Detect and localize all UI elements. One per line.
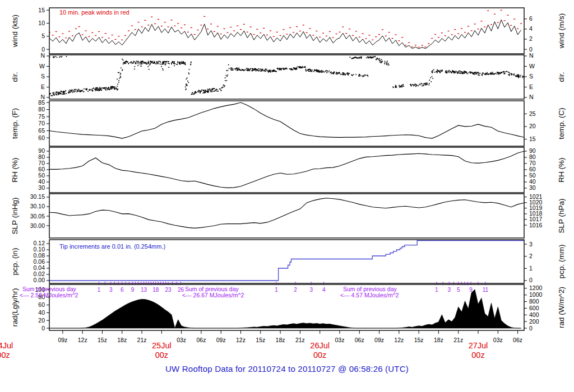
svg-text:0: 0 [529, 277, 533, 283]
svg-text:4: 4 [529, 25, 533, 32]
panel-rh: 3040506070809030405060708090RH (%)RH (%) [11, 147, 566, 191]
svg-text:0: 0 [41, 325, 45, 332]
svg-text:60: 60 [38, 301, 45, 308]
time-tick-label: 18z [276, 337, 285, 343]
svg-text:<--- 2.58 MJoules/m^2: <--- 2.58 MJoules/m^2 [20, 292, 78, 298]
svg-text:11: 11 [483, 287, 489, 293]
time-tick-label: 12z [78, 337, 87, 343]
svg-text:70: 70 [38, 120, 45, 127]
svg-text:400: 400 [529, 311, 539, 318]
time-tick-label: 21z [295, 337, 305, 343]
dir-left-axis-label: dir. [11, 72, 19, 82]
time-tick-label: 21z [137, 337, 147, 343]
svg-text:40: 40 [38, 309, 45, 316]
svg-text:0.06: 0.06 [34, 258, 45, 265]
time-tick-label: 06z [196, 337, 206, 343]
time-tick-label: 15z [414, 337, 424, 343]
svg-text:W: W [39, 63, 45, 69]
svg-text:70: 70 [38, 160, 45, 166]
svg-text:80: 80 [38, 106, 45, 113]
rad-right-axis-label: rad (W/m^2) [557, 287, 566, 328]
time-tick-label: 09z [58, 337, 67, 343]
date-label-27Jul: 27Jul00z [469, 341, 488, 360]
svg-text:50: 50 [38, 172, 45, 179]
svg-text:1000: 1000 [529, 291, 543, 298]
temp-right-axis-label: temp. (C) [557, 108, 566, 139]
svg-text:0: 0 [529, 325, 533, 332]
svg-text:00z: 00z [155, 351, 168, 360]
time-tick-label: 18z [117, 337, 127, 343]
svg-text:90: 90 [38, 147, 45, 154]
svg-text:1200: 1200 [529, 284, 543, 291]
svg-text:3: 3 [310, 287, 313, 293]
svg-text:20: 20 [38, 317, 45, 324]
svg-text:1: 1 [98, 287, 101, 293]
svg-text:15: 15 [529, 136, 536, 142]
svg-text:70: 70 [529, 160, 536, 166]
svg-text:E: E [41, 83, 45, 90]
svg-text:25: 25 [529, 110, 536, 117]
dir-right-axis-label: dir. [557, 72, 566, 82]
wind-peak-note: 10 min. peak winds in red [59, 9, 129, 16]
svg-text:N: N [529, 94, 534, 100]
svg-text:6: 6 [121, 287, 124, 293]
panel-slp: 30.0030.0530.1030.1510161017101810191020… [11, 193, 566, 234]
time-tick-label: 21z [453, 337, 463, 343]
pcp-right-axis-label: pcp. (mm) [557, 245, 566, 279]
svg-text:90: 90 [529, 147, 536, 154]
svg-text:N: N [529, 52, 534, 59]
svg-text:2: 2 [529, 253, 533, 259]
panel-dir: NWSENNWSENdir.dir. [11, 52, 566, 100]
svg-text:80: 80 [38, 153, 45, 160]
svg-text:30.00: 30.00 [30, 222, 45, 229]
date-label-25Jul: 25Jul00z [152, 341, 172, 360]
svg-text:85: 85 [38, 99, 45, 106]
time-tick-label: 06z [513, 337, 522, 343]
svg-text:S: S [41, 73, 45, 80]
svg-text:3: 3 [529, 241, 533, 248]
series-rad [49, 290, 521, 328]
panel-temp: 606570758085152025temp. (F)temp. (C) [11, 99, 566, 143]
pcp-left-axis-label: pcp. (in) [11, 248, 19, 276]
panel-rad: 020406080100020040060080010001200rad(Lgl… [11, 282, 566, 332]
series-slp [49, 198, 524, 228]
svg-text:S: S [529, 73, 533, 80]
svg-text:2: 2 [529, 35, 533, 42]
panel-wind: 0510150246wind (kts)wind (m/s)10 min. pe… [11, 7, 566, 53]
svg-text:600: 600 [529, 305, 539, 311]
svg-text:3: 3 [447, 287, 451, 293]
svg-text:0.12: 0.12 [34, 240, 45, 246]
meteogram-page: { "title": {"text": "UW Rooftop Data for… [0, 0, 574, 392]
rad-left-axis-label: rad(Lgly/hr) [11, 288, 19, 326]
slp-right-axis-label: SLP (hPa) [557, 198, 566, 233]
date-label-24Jul: 24Jul00z [0, 341, 13, 360]
time-tick-label: 18z [434, 337, 443, 343]
svg-text:30: 30 [38, 184, 45, 191]
wind-left-axis-label: wind (kts) [11, 15, 19, 48]
svg-text:30: 30 [529, 184, 536, 191]
svg-text:9: 9 [469, 287, 473, 293]
wind-right-axis-label: wind (m/s) [557, 13, 566, 49]
svg-text:75: 75 [38, 113, 45, 120]
date-label-26Jul: 26Jul00z [310, 341, 330, 360]
svg-text:60: 60 [529, 166, 536, 172]
svg-text:13: 13 [141, 287, 147, 293]
svg-text:40: 40 [529, 178, 536, 185]
time-tick-label: 03z [177, 337, 186, 343]
panel-pcp: 0.000.020.040.060.080.100.120123pcp. (in… [11, 240, 566, 283]
svg-text:<--- 26.67 MJoules/m^2: <--- 26.67 MJoules/m^2 [182, 292, 244, 298]
svg-text:25Jul: 25Jul [152, 341, 172, 350]
time-tick-label: 03z [493, 337, 503, 343]
chart-title: UW Rooftop Data for 20110724 to 20110727… [0, 364, 574, 374]
svg-text:00z: 00z [0, 351, 10, 360]
time-tick-label: 09z [216, 337, 226, 343]
svg-text:800: 800 [529, 298, 539, 305]
rh-left-axis-label: RH (%) [11, 157, 19, 182]
svg-text:0.02: 0.02 [34, 270, 45, 277]
svg-text:40: 40 [38, 178, 45, 185]
rh-right-axis-label: RH (%) [557, 157, 566, 182]
svg-text:80: 80 [529, 153, 536, 160]
svg-text:30.05: 30.05 [30, 213, 45, 220]
svg-text:1: 1 [275, 287, 278, 293]
svg-text:5: 5 [457, 287, 460, 293]
